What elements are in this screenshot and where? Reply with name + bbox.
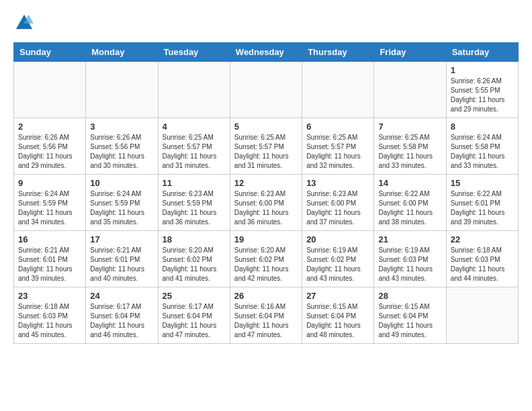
calendar-cell: 26Sunrise: 6:16 AM Sunset: 6:04 PM Dayli… (230, 287, 302, 344)
calendar-cell: 20Sunrise: 6:19 AM Sunset: 6:02 PM Dayli… (302, 231, 374, 287)
calendar-cell: 10Sunrise: 6:24 AM Sunset: 5:59 PM Dayli… (86, 175, 158, 231)
day-number: 24 (90, 291, 153, 301)
calendar-cell: 2Sunrise: 6:26 AM Sunset: 5:56 PM Daylig… (14, 118, 86, 175)
calendar-cell: 9Sunrise: 6:24 AM Sunset: 5:59 PM Daylig… (14, 175, 86, 231)
logo-icon (15, 13, 34, 32)
day-info: Sunrise: 6:21 AM Sunset: 6:01 PM Dayligh… (90, 246, 153, 283)
calendar-col-header: Tuesday (158, 43, 230, 62)
calendar-cell (14, 62, 86, 118)
calendar-cell: 4Sunrise: 6:25 AM Sunset: 5:57 PM Daylig… (158, 118, 230, 175)
day-info: Sunrise: 6:23 AM Sunset: 6:00 PM Dayligh… (306, 189, 369, 227)
calendar-cell: 19Sunrise: 6:20 AM Sunset: 6:02 PM Dayli… (230, 231, 302, 287)
page-header (13, 13, 519, 36)
day-number: 6 (306, 122, 369, 132)
day-info: Sunrise: 6:25 AM Sunset: 5:57 PM Dayligh… (306, 133, 369, 171)
calendar-cell: 6Sunrise: 6:25 AM Sunset: 5:57 PM Daylig… (302, 118, 374, 175)
day-number: 27 (306, 291, 369, 301)
calendar-cell: 23Sunrise: 6:18 AM Sunset: 6:03 PM Dayli… (14, 287, 86, 344)
day-number: 10 (90, 178, 153, 188)
day-info: Sunrise: 6:25 AM Sunset: 5:58 PM Dayligh… (378, 133, 441, 171)
day-info: Sunrise: 6:17 AM Sunset: 6:04 PM Dayligh… (90, 302, 153, 340)
day-info: Sunrise: 6:23 AM Sunset: 5:59 PM Dayligh… (163, 189, 226, 227)
day-info: Sunrise: 6:23 AM Sunset: 6:00 PM Dayligh… (234, 189, 298, 227)
day-info: Sunrise: 6:18 AM Sunset: 6:03 PM Dayligh… (451, 246, 514, 283)
calendar-week-row: 23Sunrise: 6:18 AM Sunset: 6:03 PM Dayli… (14, 287, 519, 344)
day-number: 7 (378, 122, 441, 132)
calendar-cell (446, 287, 518, 344)
calendar-week-row: 16Sunrise: 6:21 AM Sunset: 6:01 PM Dayli… (14, 231, 519, 287)
calendar-table: SundayMondayTuesdayWednesdayThursdayFrid… (13, 42, 519, 344)
calendar-header-row: SundayMondayTuesdayWednesdayThursdayFrid… (14, 43, 519, 62)
day-number: 21 (378, 234, 441, 244)
calendar-col-header: Sunday (14, 43, 86, 62)
day-info: Sunrise: 6:26 AM Sunset: 5:56 PM Dayligh… (90, 133, 153, 171)
calendar-cell: 22Sunrise: 6:18 AM Sunset: 6:03 PM Dayli… (446, 231, 518, 287)
day-number: 13 (306, 178, 369, 188)
day-info: Sunrise: 6:22 AM Sunset: 6:00 PM Dayligh… (378, 189, 441, 227)
calendar-cell: 18Sunrise: 6:20 AM Sunset: 6:02 PM Dayli… (158, 231, 230, 287)
calendar-cell: 7Sunrise: 6:25 AM Sunset: 5:58 PM Daylig… (374, 118, 446, 175)
calendar-cell (230, 62, 302, 118)
day-info: Sunrise: 6:15 AM Sunset: 6:04 PM Dayligh… (306, 302, 369, 340)
day-number: 11 (163, 178, 226, 188)
day-number: 3 (90, 122, 153, 132)
day-info: Sunrise: 6:26 AM Sunset: 5:55 PM Dayligh… (451, 77, 514, 114)
day-number: 14 (378, 178, 441, 188)
calendar-cell: 3Sunrise: 6:26 AM Sunset: 5:56 PM Daylig… (86, 118, 158, 175)
day-info: Sunrise: 6:24 AM Sunset: 5:58 PM Dayligh… (451, 133, 514, 171)
day-number: 8 (451, 122, 514, 132)
day-number: 4 (163, 122, 226, 132)
day-number: 12 (234, 178, 298, 188)
day-number: 15 (451, 178, 514, 188)
day-info: Sunrise: 6:19 AM Sunset: 6:03 PM Dayligh… (378, 246, 441, 283)
calendar-cell (158, 62, 230, 118)
calendar-week-row: 2Sunrise: 6:26 AM Sunset: 5:56 PM Daylig… (14, 118, 519, 175)
calendar-body: 1Sunrise: 6:26 AM Sunset: 5:55 PM Daylig… (14, 62, 519, 344)
calendar-cell: 13Sunrise: 6:23 AM Sunset: 6:00 PM Dayli… (302, 175, 374, 231)
day-info: Sunrise: 6:18 AM Sunset: 6:03 PM Dayligh… (18, 302, 81, 340)
day-info: Sunrise: 6:24 AM Sunset: 5:59 PM Dayligh… (18, 189, 81, 227)
calendar-cell: 21Sunrise: 6:19 AM Sunset: 6:03 PM Dayli… (374, 231, 446, 287)
day-info: Sunrise: 6:21 AM Sunset: 6:01 PM Dayligh… (18, 246, 81, 283)
calendar-cell: 12Sunrise: 6:23 AM Sunset: 6:00 PM Dayli… (230, 175, 302, 231)
calendar-cell: 17Sunrise: 6:21 AM Sunset: 6:01 PM Dayli… (86, 231, 158, 287)
calendar-cell: 24Sunrise: 6:17 AM Sunset: 6:04 PM Dayli… (86, 287, 158, 344)
calendar-week-row: 1Sunrise: 6:26 AM Sunset: 5:55 PM Daylig… (14, 62, 519, 118)
day-number: 28 (378, 291, 441, 301)
day-number: 19 (234, 234, 298, 244)
day-info: Sunrise: 6:17 AM Sunset: 6:04 PM Dayligh… (163, 302, 226, 340)
day-number: 2 (18, 122, 81, 132)
calendar-cell: 16Sunrise: 6:21 AM Sunset: 6:01 PM Dayli… (14, 231, 86, 287)
day-number: 1 (451, 65, 514, 75)
calendar-cell: 1Sunrise: 6:26 AM Sunset: 5:55 PM Daylig… (446, 62, 518, 118)
calendar-cell: 15Sunrise: 6:22 AM Sunset: 6:01 PM Dayli… (446, 175, 518, 231)
day-number: 17 (90, 234, 153, 244)
day-info: Sunrise: 6:22 AM Sunset: 6:01 PM Dayligh… (451, 189, 514, 227)
calendar-cell: 25Sunrise: 6:17 AM Sunset: 6:04 PM Dayli… (158, 287, 230, 344)
calendar-col-header: Thursday (302, 43, 374, 62)
calendar-col-header: Saturday (446, 43, 518, 62)
calendar-week-row: 9Sunrise: 6:24 AM Sunset: 5:59 PM Daylig… (14, 175, 519, 231)
day-info: Sunrise: 6:20 AM Sunset: 6:02 PM Dayligh… (163, 246, 226, 283)
calendar-cell: 14Sunrise: 6:22 AM Sunset: 6:00 PM Dayli… (374, 175, 446, 231)
calendar-cell: 28Sunrise: 6:15 AM Sunset: 6:04 PM Dayli… (374, 287, 446, 344)
day-number: 26 (234, 291, 298, 301)
day-info: Sunrise: 6:16 AM Sunset: 6:04 PM Dayligh… (234, 302, 298, 340)
day-info: Sunrise: 6:26 AM Sunset: 5:56 PM Dayligh… (18, 133, 81, 171)
day-info: Sunrise: 6:25 AM Sunset: 5:57 PM Dayligh… (234, 133, 298, 171)
day-info: Sunrise: 6:19 AM Sunset: 6:02 PM Dayligh… (306, 246, 369, 283)
day-number: 9 (18, 178, 81, 188)
day-info: Sunrise: 6:25 AM Sunset: 5:57 PM Dayligh… (163, 133, 226, 171)
day-number: 20 (306, 234, 369, 244)
calendar-cell: 5Sunrise: 6:25 AM Sunset: 5:57 PM Daylig… (230, 118, 302, 175)
day-number: 16 (18, 234, 81, 244)
calendar-cell (86, 62, 158, 118)
calendar-header: SundayMondayTuesdayWednesdayThursdayFrid… (14, 43, 519, 62)
calendar-col-header: Wednesday (230, 43, 302, 62)
day-number: 5 (234, 122, 298, 132)
logo (13, 13, 34, 36)
day-info: Sunrise: 6:24 AM Sunset: 5:59 PM Dayligh… (90, 189, 153, 227)
calendar-cell: 27Sunrise: 6:15 AM Sunset: 6:04 PM Dayli… (302, 287, 374, 344)
calendar-cell: 8Sunrise: 6:24 AM Sunset: 5:58 PM Daylig… (446, 118, 518, 175)
day-info: Sunrise: 6:15 AM Sunset: 6:04 PM Dayligh… (378, 302, 441, 340)
